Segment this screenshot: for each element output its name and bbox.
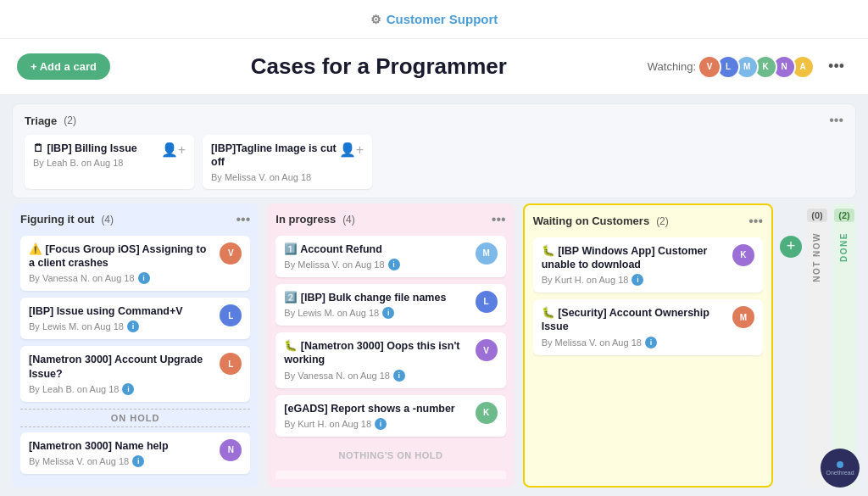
avatar: N xyxy=(220,439,242,461)
in-progress-column: In progress (4) ••• 1️⃣ Account Refund B… xyxy=(267,203,514,488)
card: [eGADS] Report shows a -number By Kurt H… xyxy=(275,395,505,437)
info-icon: i xyxy=(127,320,139,332)
triage-more-button[interactable]: ••• xyxy=(829,113,843,128)
card-meta: By Kurt H. on Aug 18 i xyxy=(284,418,468,430)
column-more-button[interactable]: ••• xyxy=(236,212,251,227)
avatar: M xyxy=(476,242,498,265)
card-author: By Kurt H. on Aug 18 xyxy=(284,419,371,429)
add-person-icon[interactable]: 👤+ xyxy=(161,142,186,158)
triage-cards: 🗒 [IBP] Billing Issue By Leah B. on Aug … xyxy=(25,135,843,189)
card-title: 🐛 [Security] Account Ownership Issue xyxy=(542,306,726,334)
not-now-panel: (0) NOT NOW xyxy=(805,203,829,488)
info-icon: i xyxy=(388,259,400,270)
add-card-button[interactable]: + Add a card xyxy=(17,53,110,80)
gear-icon: ⚙ xyxy=(370,13,381,26)
card-content: [eGADS] Report shows a -number By Kurt H… xyxy=(284,402,468,430)
column-count: (4) xyxy=(101,214,114,226)
column-header: Figuring it out (4) ••• xyxy=(20,212,250,227)
info-icon: i xyxy=(632,274,643,286)
avatar: L xyxy=(476,291,498,313)
card-title: 🗒 [IBP] Billing Issue xyxy=(33,142,161,155)
column-cards: ⚠️ [Focus Group iOS] Assigning to a clie… xyxy=(20,236,250,480)
card-title: 🐛 [IBP Windows App] Customer unable to d… xyxy=(542,244,726,272)
card-author: By Kurt H. on Aug 18 xyxy=(542,275,629,285)
card-content: [Nametron 3000] Name help By Melissa V. … xyxy=(29,439,213,467)
board-content: Triage (2) ••• 🗒 [IBP] Billing Issue By … xyxy=(0,95,868,496)
card-meta: By Lewis M. on Aug 18 i xyxy=(29,320,213,332)
column-header: In progress (4) ••• xyxy=(275,212,505,227)
card-content: 1️⃣ Account Refund By Melissa V. on Aug … xyxy=(284,242,468,270)
logo-dot xyxy=(837,461,843,468)
card-author: By Melissa V. on Aug 18 xyxy=(211,172,311,182)
avatar: V xyxy=(698,55,721,79)
watching-section: Watching: V L M K N A ••• xyxy=(648,54,851,79)
avatar: L xyxy=(220,353,242,375)
triage-card: [IBP]Tagline Image is cut off By Melissa… xyxy=(203,135,372,189)
card-title: [IBP] Issue using Command+V xyxy=(29,304,213,318)
card-author: By Melissa V. on Aug 18 xyxy=(284,259,384,270)
watching-label: Watching: xyxy=(648,60,696,73)
page-header: + Add a card Cases for a Programmer Watc… xyxy=(0,39,868,95)
card-title: 1️⃣ Account Refund xyxy=(284,242,468,256)
card-content: ⚠️ [Focus Group iOS] Assigning to a clie… xyxy=(29,242,213,285)
triage-title: Triage xyxy=(25,114,57,127)
logo-text: Onethread xyxy=(826,470,854,476)
column-more-button[interactable]: ••• xyxy=(748,214,763,229)
card-author: By Leah B. on Aug 18 xyxy=(29,384,119,394)
onethread-logo: Onethread xyxy=(821,449,860,488)
card: 1️⃣ Account Refund By Melissa V. on Aug … xyxy=(275,236,505,277)
avatar: V xyxy=(476,339,498,361)
card-content: 🗒 [IBP] Billing Issue By Leah B. on Aug … xyxy=(33,142,161,168)
card-meta: By Leah B. on Aug 18 xyxy=(33,158,161,168)
column-title: In progress xyxy=(275,213,336,226)
info-icon: i xyxy=(375,418,387,430)
empty-hold-placeholder xyxy=(275,471,505,479)
figuring-it-out-column: Figuring it out (4) ••• ⚠️ [Focus Group … xyxy=(12,203,259,488)
page-title: Cases for a Programmer xyxy=(251,53,507,80)
card-content: 🐛 [IBP Windows App] Customer unable to d… xyxy=(542,244,726,287)
add-person-icon[interactable]: 👤+ xyxy=(339,142,364,158)
card-meta: By Melissa V. on Aug 18 i xyxy=(542,337,726,348)
card: 🐛 [Security] Account Ownership Issue By … xyxy=(533,299,763,355)
card: [Nametron 3000] Name help By Melissa V. … xyxy=(20,432,250,474)
column-title: Waiting on Customers xyxy=(533,215,649,227)
card-meta: By Leah B. on Aug 18 i xyxy=(29,383,213,395)
card-author: By Lewis M. on Aug 18 xyxy=(284,308,379,318)
card-meta: By Vanessa N. on Aug 18 i xyxy=(284,370,468,382)
card-author: By Melissa V. on Aug 18 xyxy=(542,337,642,348)
header-more-button[interactable]: ••• xyxy=(821,54,851,79)
add-to-waiting-button[interactable]: + xyxy=(780,236,802,258)
info-icon: i xyxy=(132,455,144,467)
breadcrumb-title: Customer Support xyxy=(387,12,498,26)
triage-header: Triage (2) ••• xyxy=(25,113,843,128)
triage-column: Triage (2) ••• 🗒 [IBP] Billing Issue By … xyxy=(12,103,856,198)
not-now-label: NOT NOW xyxy=(812,226,821,289)
breadcrumb-customer-support[interactable]: ⚙ Customer Support xyxy=(370,12,498,26)
card-title: [Nametron 3000] Account Upgrade Issue? xyxy=(29,353,213,381)
card-meta: By Vanessa N. on Aug 18 i xyxy=(29,272,213,284)
nothing-on-hold-label: NOTHING'S ON HOLD xyxy=(275,443,505,467)
card: ⚠️ [Focus Group iOS] Assigning to a clie… xyxy=(20,236,250,292)
watcher-avatars: V L M K N A xyxy=(703,55,815,79)
card-meta: By Melissa V. on Aug 18 xyxy=(211,172,339,182)
card-title: [IBP]Tagline Image is cut off xyxy=(211,142,339,170)
card-meta: By Lewis M. on Aug 18 i xyxy=(284,307,468,319)
main-board: Figuring it out (4) ••• ⚠️ [Focus Group … xyxy=(0,203,868,497)
triage-card: 🗒 [IBP] Billing Issue By Leah B. on Aug … xyxy=(25,135,194,189)
info-icon: i xyxy=(138,272,150,284)
column-count: (2) xyxy=(656,215,669,227)
column-title: Figuring it out xyxy=(20,213,94,226)
card-content: 🐛 [Nametron 3000] Oops this isn't workin… xyxy=(284,339,468,382)
column-header: Waiting on Customers (2) ••• xyxy=(533,214,763,229)
card-meta: By Melissa V. on Aug 18 i xyxy=(284,259,468,270)
column-cards: 1️⃣ Account Refund By Melissa V. on Aug … xyxy=(275,236,505,480)
card-content: 2️⃣ [IBP] Bulk change file names By Lewi… xyxy=(284,291,468,319)
info-icon: i xyxy=(382,307,394,319)
card-title: [eGADS] Report shows a -number xyxy=(284,402,468,415)
add-column-area: + xyxy=(780,203,802,488)
column-more-button[interactable]: ••• xyxy=(492,212,506,227)
card-title: [Nametron 3000] Name help xyxy=(29,439,213,453)
done-panel: (2) DONE xyxy=(832,203,856,488)
card-meta: By Kurt H. on Aug 18 i xyxy=(542,274,726,286)
on-hold-divider: ON HOLD xyxy=(20,409,250,427)
